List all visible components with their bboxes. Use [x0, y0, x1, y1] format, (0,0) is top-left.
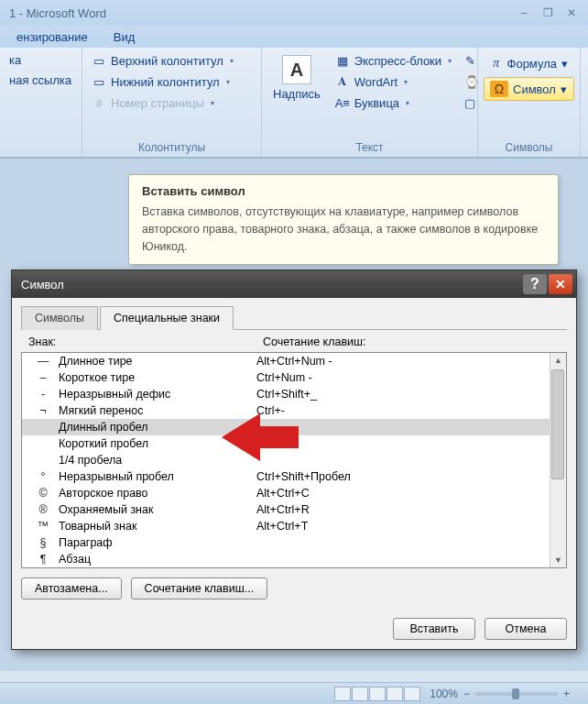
- char-shortcut: Ctrl+Shift+_: [256, 388, 550, 401]
- list-item[interactable]: ©Авторское правоAlt+Ctrl+C: [22, 485, 550, 501]
- list-item[interactable]: ¶Абзац: [22, 551, 550, 567]
- web-layout-view[interactable]: [369, 687, 386, 701]
- window-titlebar: 1 - Microsoft Word – ❐ ✕: [0, 0, 588, 26]
- char-name: Охраняемый знак: [59, 503, 256, 516]
- quickparts-button[interactable]: ▦Экспресс-блоки▾: [332, 51, 455, 70]
- list-item[interactable]: —Длинное тиреAlt+Ctrl+Num -: [22, 353, 550, 369]
- list-item[interactable]: °Неразрывный пробелCtrl+Shift+Пробел: [22, 468, 550, 485]
- page-number-icon: #: [92, 95, 106, 110]
- symbol-button[interactable]: ΩСимвол▾: [484, 77, 574, 101]
- char-glyph: §: [27, 536, 59, 549]
- close-window-button[interactable]: ✕: [561, 5, 583, 21]
- list-item[interactable]: ¬Мягкий переносCtrl+-: [22, 402, 550, 419]
- page-number-button[interactable]: #Номер страницы▾: [88, 94, 256, 112]
- text-group-label: Текст: [267, 138, 472, 155]
- dialog-titlebar[interactable]: Символ ? ✕: [12, 270, 576, 298]
- char-glyph: -: [27, 388, 59, 401]
- pi-icon: π: [490, 55, 503, 72]
- char-shortcut: Alt+Ctrl+T: [256, 520, 550, 533]
- char-glyph: °: [27, 470, 59, 483]
- zoom-level[interactable]: 100%: [430, 688, 458, 700]
- char-name: Длинный пробел: [59, 421, 256, 434]
- dialog-help-button[interactable]: ?: [523, 274, 547, 294]
- char-name: 1/4 пробела: [59, 454, 256, 467]
- list-item[interactable]: ®Охраняемый знакAlt+Ctrl+R: [22, 501, 550, 518]
- footer-button[interactable]: ▭Нижний колонтитул▾: [88, 72, 256, 91]
- autocorrect-button[interactable]: Автозамена...: [21, 578, 122, 600]
- tab-view[interactable]: Вид: [101, 27, 148, 48]
- chevron-down-icon: ▾: [230, 57, 234, 65]
- char-shortcut: Alt+Ctrl+C: [256, 487, 550, 500]
- char-name: Абзац: [59, 553, 256, 566]
- list-item[interactable]: Длинный пробел: [22, 419, 550, 435]
- scroll-down-button[interactable]: ▼: [551, 553, 566, 567]
- char-shortcut: Alt+Ctrl+R: [256, 503, 550, 516]
- chevron-down-icon: ▾: [406, 99, 409, 107]
- char-glyph: ®: [27, 503, 59, 516]
- list-body[interactable]: —Длинное тиреAlt+Ctrl+Num -–Короткое тир…: [22, 353, 550, 567]
- list-item[interactable]: §Параграф: [22, 534, 550, 551]
- textbox-button[interactable]: A Надпись: [267, 51, 326, 138]
- cross-reference-button[interactable]: ная ссылка: [5, 72, 76, 89]
- object-button[interactable]: ▢: [461, 94, 479, 112]
- dialog-tabs: Символы Специальные знаки: [21, 305, 567, 330]
- scroll-up-button[interactable]: ▲: [551, 353, 566, 368]
- tooltip-title: Вставить символ: [142, 184, 545, 198]
- draft-view[interactable]: [404, 687, 420, 701]
- datetime-button[interactable]: ⌚: [461, 72, 479, 91]
- window-controls: – ❐ ✕: [513, 5, 583, 21]
- char-glyph: –: [27, 371, 59, 384]
- bookmark-button[interactable]: ка: [5, 51, 76, 69]
- list-item[interactable]: –Короткое тиреCtrl+Num -: [22, 369, 550, 386]
- wordart-button[interactable]: 𝐀WordArt▾: [332, 72, 455, 91]
- signature-button[interactable]: ✎: [461, 51, 479, 70]
- equation-button[interactable]: πФормула▾: [484, 51, 574, 75]
- char-name: Короткий пробел: [59, 437, 256, 450]
- textbox-icon: A: [282, 55, 311, 84]
- minimize-button[interactable]: –: [513, 5, 535, 21]
- tab-symbols[interactable]: Символы: [21, 306, 98, 330]
- footer-icon: ▭: [92, 74, 106, 89]
- chevron-down-icon: ▾: [561, 82, 567, 96]
- outline-view[interactable]: [387, 687, 403, 701]
- header-sign: Знак:: [28, 336, 263, 348]
- list-item[interactable]: Короткий пробел: [22, 435, 550, 452]
- list-item[interactable]: ™Товарный знакAlt+Ctrl+T: [22, 518, 550, 534]
- cancel-button[interactable]: Отмена: [485, 618, 567, 640]
- char-glyph: ¬: [27, 404, 59, 417]
- omega-icon: Ω: [490, 81, 508, 97]
- zoom-in-button[interactable]: +: [563, 688, 570, 700]
- list-item[interactable]: 1/4 пробела: [22, 452, 550, 468]
- header-button[interactable]: ▭Верхний колонтитул▾: [88, 51, 256, 70]
- window-title: 1 - Microsoft Word: [5, 6, 106, 20]
- zoom-out-button[interactable]: −: [463, 688, 470, 700]
- print-layout-view[interactable]: [334, 687, 351, 701]
- zoom-slider[interactable]: [475, 692, 558, 696]
- chevron-down-icon: ▾: [561, 57, 568, 71]
- insert-symbol-tooltip: Вставить символ Вставка символов, отсутс…: [128, 174, 559, 265]
- list-item[interactable]: -Неразрывный дефисCtrl+Shift+_: [22, 386, 550, 402]
- ribbon: ка ная ссылка ▭Верхний колонтитул▾ ▭Нижн…: [0, 48, 588, 158]
- insert-button[interactable]: Вставить: [393, 618, 475, 640]
- header-shortcut: Сочетание клавиш:: [263, 336, 366, 348]
- char-name: Короткое тире: [59, 371, 256, 384]
- char-name: Неразрывный дефис: [59, 388, 256, 401]
- symbols-group-label: Символы: [484, 138, 574, 155]
- char-glyph: —: [27, 355, 59, 368]
- header-icon: ▭: [92, 53, 106, 68]
- char-glyph: ©: [27, 487, 59, 500]
- tab-special-characters[interactable]: Специальные знаки: [100, 306, 234, 330]
- full-screen-view[interactable]: [352, 687, 368, 701]
- wordart-icon: 𝐀: [335, 74, 350, 89]
- restore-button[interactable]: ❐: [537, 5, 559, 21]
- special-characters-list: —Длинное тиреAlt+Ctrl+Num -–Короткое тир…: [21, 352, 567, 568]
- list-scrollbar[interactable]: ▲ ▼: [550, 353, 566, 567]
- shortcut-key-button[interactable]: Сочетание клавиш...: [131, 578, 268, 600]
- status-bar: 100% − +: [0, 682, 588, 704]
- scroll-thumb[interactable]: [551, 369, 564, 479]
- tab-review[interactable]: ензирование: [4, 27, 101, 48]
- dropcap-button[interactable]: A≡Буквица▾: [332, 94, 455, 112]
- view-buttons: [334, 687, 420, 701]
- dialog-close-button[interactable]: ✕: [549, 274, 572, 294]
- chevron-down-icon: ▾: [448, 57, 452, 65]
